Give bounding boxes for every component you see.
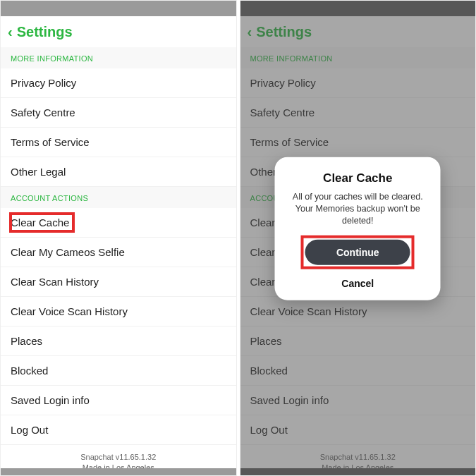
item-blocked[interactable]: Blocked — [240, 356, 476, 386]
item-clear-scan-history[interactable]: Clear Scan History — [1, 267, 236, 297]
back-chevron-icon[interactable]: ‹ — [248, 24, 252, 40]
footer-version: Snapchat v11.65.1.32 — [1, 452, 236, 463]
item-privacy-policy[interactable]: Privacy Policy — [1, 68, 236, 98]
item-clear-cache[interactable]: Clear Cache — [1, 208, 236, 238]
footer: Snapchat v11.65.1.32 Made in Los Angeles — [240, 445, 476, 468]
modal-message: All of your caches will be cleared. Your… — [286, 191, 429, 227]
nav-header: ‹ Settings — [1, 16, 236, 47]
item-places[interactable]: Places — [1, 327, 236, 356]
footer-version: Snapchat v11.65.1.32 — [240, 452, 476, 463]
highlight-clear-cache: Clear Cache — [11, 214, 73, 231]
clear-cache-modal: Clear Cache All of your caches will be c… — [275, 157, 441, 300]
panel-right: ‹ Settings MORE INFORMATION Privacy Poli… — [240, 0, 477, 476]
back-chevron-icon[interactable]: ‹ — [8, 24, 13, 40]
footer-madein: Made in Los Angeles — [240, 463, 476, 468]
highlight-continue: Continue — [303, 236, 413, 267]
status-bar — [1, 1, 236, 16]
item-safety-centre[interactable]: Safety Centre — [240, 98, 476, 128]
item-blocked[interactable]: Blocked — [1, 356, 236, 386]
continue-button[interactable]: Continue — [305, 239, 410, 264]
footer: Snapchat v11.65.1.32 Made in Los Angeles — [1, 445, 236, 468]
section-more-info-header: MORE INFORMATION — [1, 47, 236, 68]
item-terms-of-service[interactable]: Terms of Service — [240, 128, 476, 157]
item-log-out[interactable]: Log Out — [1, 415, 236, 445]
item-clear-voice-scan[interactable]: Clear Voice Scan History — [240, 297, 476, 327]
section-account-actions-header: ACCOUNT ACTIONS — [1, 187, 236, 208]
modal-title: Clear Cache — [286, 171, 429, 185]
item-saved-login[interactable]: Saved Login info — [1, 386, 236, 415]
item-other-legal[interactable]: Other Legal — [1, 157, 236, 187]
screen-content: ‹ Settings MORE INFORMATION Privacy Poli… — [1, 16, 236, 468]
footer-madein: Made in Los Angeles — [1, 463, 236, 468]
status-bar — [240, 1, 476, 16]
nav-header: ‹ Settings — [240, 16, 476, 47]
page-title: Settings — [17, 24, 73, 40]
panel-left: ‹ Settings MORE INFORMATION Privacy Poli… — [0, 0, 237, 476]
bottom-bar — [240, 468, 476, 475]
dual-screenshot-container: ‹ Settings MORE INFORMATION Privacy Poli… — [0, 0, 476, 476]
page-title: Settings — [256, 24, 312, 40]
section-more-info-header: MORE INFORMATION — [240, 47, 476, 68]
item-clear-cameos[interactable]: Clear My Cameos Selfie — [1, 238, 236, 267]
item-places[interactable]: Places — [240, 327, 476, 356]
item-clear-voice-scan[interactable]: Clear Voice Scan History — [1, 297, 236, 327]
item-saved-login[interactable]: Saved Login info — [240, 386, 476, 415]
item-privacy-policy[interactable]: Privacy Policy — [240, 68, 476, 98]
item-log-out[interactable]: Log Out — [240, 415, 476, 445]
item-terms-of-service[interactable]: Terms of Service — [1, 128, 236, 157]
bottom-bar — [1, 468, 236, 475]
cancel-button[interactable]: Cancel — [341, 277, 374, 288]
item-safety-centre[interactable]: Safety Centre — [1, 98, 236, 128]
